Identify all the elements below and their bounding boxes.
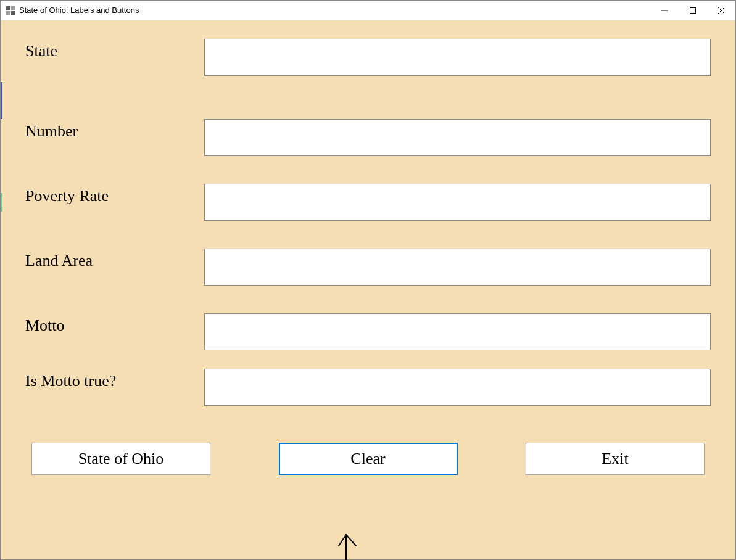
svg-rect-3 (11, 11, 15, 15)
row-is-motto-true: Is Motto true? (25, 369, 711, 406)
label-land-area: Land Area (25, 249, 204, 270)
edge-decoration (1, 20, 2, 559)
label-motto: Motto (25, 313, 204, 335)
field-land-area (204, 249, 711, 286)
row-state: State (25, 39, 711, 76)
clear-button[interactable]: Clear (279, 443, 458, 475)
app-window: State of Ohio: Labels and Buttons State … (0, 0, 736, 560)
titlebar: State of Ohio: Labels and Buttons (1, 1, 735, 20)
svg-rect-0 (6, 6, 10, 10)
close-button[interactable] (707, 1, 735, 20)
titlebar-controls (650, 1, 735, 20)
row-number: Number (25, 119, 711, 156)
label-state: State (25, 39, 204, 60)
field-number (204, 119, 711, 156)
label-is-motto-true: Is Motto true? (25, 369, 204, 390)
app-icon (6, 6, 15, 15)
button-row: State of Ohio Clear Exit (25, 443, 711, 475)
exit-button[interactable]: Exit (526, 443, 705, 475)
field-poverty-rate (204, 184, 711, 221)
svg-rect-1 (11, 6, 15, 10)
field-motto (204, 313, 711, 350)
titlebar-left: State of Ohio: Labels and Buttons (1, 6, 139, 15)
minimize-button[interactable] (650, 1, 679, 20)
client-area: State Number Poverty Rate Land Area Mott… (1, 20, 735, 559)
row-poverty-rate: Poverty Rate (25, 184, 711, 221)
row-land-area: Land Area (25, 249, 711, 286)
window-title: State of Ohio: Labels and Buttons (19, 6, 139, 15)
svg-rect-2 (6, 11, 10, 15)
field-state (204, 39, 711, 76)
label-number: Number (25, 119, 204, 141)
svg-rect-5 (690, 7, 696, 13)
field-is-motto-true (204, 369, 711, 406)
maximize-button[interactable] (679, 1, 707, 20)
label-poverty-rate: Poverty Rate (25, 184, 204, 205)
row-motto: Motto (25, 313, 711, 350)
arrow-annotation-icon (334, 530, 371, 560)
state-of-ohio-button[interactable]: State of Ohio (31, 443, 210, 475)
